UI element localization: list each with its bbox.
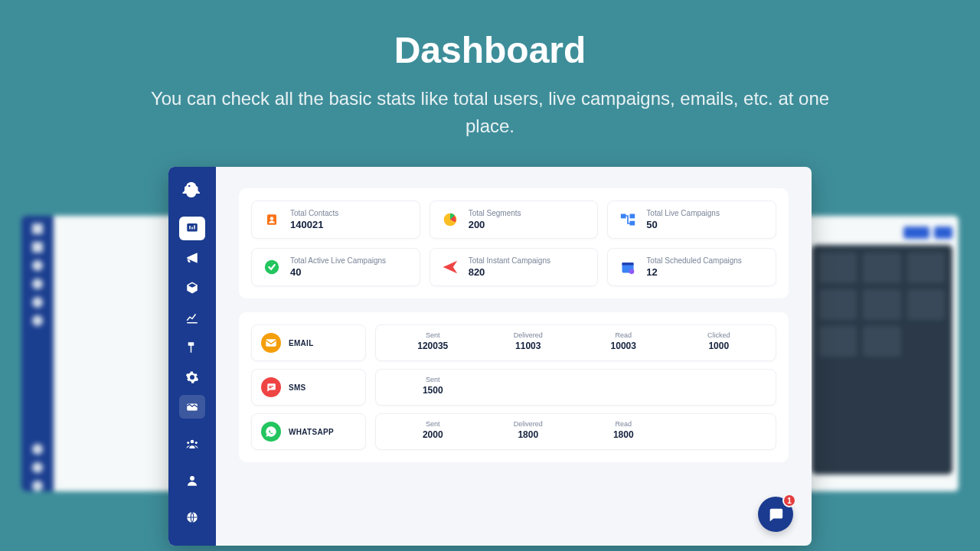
pie-icon	[439, 209, 461, 230]
svg-rect-19	[266, 339, 276, 346]
svg-rect-17	[622, 262, 634, 265]
sidebar	[168, 167, 216, 546]
metric-value: 1500	[385, 385, 481, 396]
stat-card-2: Total Live Campaigns 50	[607, 201, 776, 239]
metric: Delivered 1800	[481, 420, 577, 443]
svg-point-6	[187, 442, 189, 444]
metric-value: 1800	[481, 429, 577, 440]
stat-value: 40	[290, 266, 386, 278]
metric-label: Sent	[385, 376, 481, 383]
main-content: Total Contacts 140021 Total Segments 200…	[216, 167, 812, 546]
stat-label: Total Instant Campaigns	[469, 256, 550, 265]
stat-value: 50	[646, 219, 720, 230]
calendar-icon	[617, 256, 639, 278]
logo-icon	[178, 178, 206, 203]
stat-card-3: Total Active Live Campaigns 40	[251, 248, 420, 286]
channel-row-email: EMAIL Sent 120035 Delivered 11003 Read 1…	[251, 324, 776, 361]
svg-point-11	[270, 217, 274, 220]
channel-row-whatsapp: WHATSAPP Sent 2000 Delivered 1800 Read 1…	[251, 413, 776, 450]
nav-team[interactable]	[179, 431, 205, 457]
metric: Read 10003	[576, 331, 671, 354]
channel-name: WHATSAPP	[289, 428, 334, 436]
nav-design[interactable]	[179, 335, 205, 359]
stat-label: Total Scheduled Campaigns	[646, 256, 742, 265]
svg-rect-3	[194, 225, 195, 229]
metric: Sent 1500	[385, 376, 481, 399]
stat-card-5: Total Scheduled Campaigns 12	[607, 248, 776, 286]
channel-metrics: Sent 1500	[375, 369, 776, 406]
nav-packages[interactable]	[179, 276, 205, 300]
metric-label: Read	[576, 420, 671, 428]
chat-button[interactable]: 1	[758, 497, 793, 532]
channel-label: EMAIL	[251, 324, 366, 361]
metric-label: Read	[576, 331, 671, 339]
channel-metrics: Sent 2000 Delivered 1800 Read 1800	[375, 413, 776, 450]
stat-label: Total Contacts	[290, 209, 338, 217]
metric-value: 11003	[481, 341, 577, 351]
hero: Dashboard You can check all the basic st…	[0, 0, 980, 161]
metric: Sent 120035	[385, 331, 481, 354]
metric-value: 2000	[385, 429, 481, 440]
nav-analytics[interactable]	[179, 305, 205, 329]
hero-title: Dashboard	[31, 29, 949, 71]
send-icon	[439, 256, 461, 278]
stat-value: 140021	[290, 219, 338, 230]
channels-section: EMAIL Sent 120035 Delivered 11003 Read 1…	[239, 312, 789, 462]
hero-subtitle: You can check all the basic stats like t…	[145, 85, 835, 140]
svg-point-7	[195, 442, 198, 444]
svg-rect-1	[189, 226, 191, 230]
metric-label: Clicked	[671, 331, 767, 339]
metric: Delivered 11003	[481, 331, 577, 354]
nav-profile[interactable]	[179, 468, 205, 494]
svg-rect-12	[622, 214, 626, 217]
stat-card-1: Total Segments 200	[430, 201, 599, 239]
channel-metrics: Sent 120035 Delivered 11003 Read 10003 C…	[375, 324, 776, 361]
metric-value: 10003	[576, 341, 671, 351]
channel-label: SMS	[251, 369, 366, 406]
stat-card-0: Total Contacts 140021	[251, 201, 420, 239]
app-window: Total Contacts 140021 Total Segments 200…	[168, 167, 812, 546]
nav-globe[interactable]	[179, 504, 205, 530]
metric: Read 1800	[576, 420, 671, 443]
svg-rect-13	[631, 214, 635, 217]
contacts-icon	[261, 209, 283, 230]
background-preview-left	[21, 216, 175, 491]
metric-label: Sent	[385, 420, 481, 428]
metric-value: 120035	[385, 341, 481, 351]
svg-point-18	[629, 269, 635, 275]
metric-label: Delivered	[481, 420, 577, 428]
svg-rect-2	[191, 227, 193, 230]
stat-label: Total Live Campaigns	[646, 209, 720, 217]
check-icon	[261, 256, 283, 278]
stats-section: Total Contacts 140021 Total Segments 200…	[239, 188, 789, 298]
nav-media[interactable]	[179, 395, 205, 419]
metric-value: 1800	[576, 429, 671, 440]
flow-icon	[617, 209, 639, 230]
stat-label: Total Active Live Campaigns	[290, 256, 386, 265]
metric: Sent 2000	[385, 420, 481, 443]
nav-campaigns[interactable]	[179, 246, 205, 270]
svg-rect-14	[631, 222, 635, 225]
channel-name: SMS	[289, 383, 306, 392]
stat-value: 12	[646, 266, 742, 278]
email-icon	[261, 333, 281, 353]
metric-value: 1000	[671, 341, 767, 351]
stat-value: 820	[469, 266, 550, 278]
stat-card-4: Total Instant Campaigns 820	[430, 248, 599, 286]
metric-label: Delivered	[481, 331, 577, 339]
stat-label: Total Segments	[469, 209, 521, 217]
whatsapp-icon	[261, 422, 281, 442]
channel-name: EMAIL	[289, 339, 314, 347]
metric-label: Sent	[385, 331, 481, 339]
nav-settings[interactable]	[179, 365, 205, 389]
metric: Clicked 1000	[671, 331, 767, 354]
background-preview-right	[805, 216, 959, 491]
chat-badge: 1	[782, 494, 796, 507]
nav-dashboard[interactable]	[179, 217, 205, 240]
channel-row-sms: SMS Sent 1500	[251, 369, 776, 406]
svg-point-8	[190, 476, 194, 481]
sms-icon	[261, 377, 281, 397]
channel-label: WHATSAPP	[251, 413, 366, 450]
svg-point-5	[191, 440, 194, 444]
stat-value: 200	[469, 219, 521, 230]
